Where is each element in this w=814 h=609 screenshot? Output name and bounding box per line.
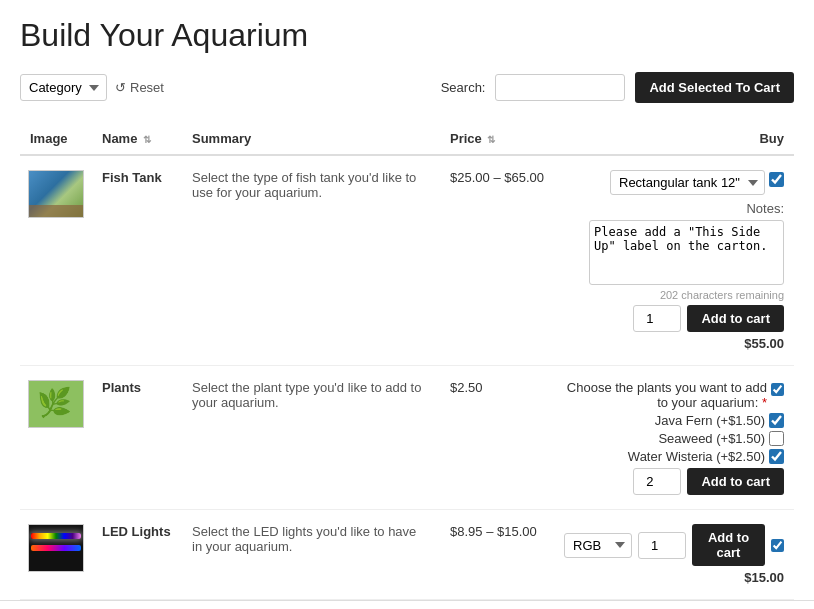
fish-tank-qty-add-row: Add to cart — [633, 305, 784, 332]
page-title: Build Your Aquarium — [20, 16, 794, 54]
java-fern-checkbox[interactable] — [769, 413, 784, 428]
fish-tank-price-cell: $25.00 – $65.00 — [440, 155, 554, 366]
plants-qty-input[interactable] — [633, 468, 681, 495]
add-selected-top-button[interactable]: Add Selected To Cart — [635, 72, 794, 103]
plants-price-cell: $2.50 — [440, 366, 554, 510]
reset-button[interactable]: ↺ Reset — [115, 80, 164, 95]
led-total: $15.00 — [744, 570, 784, 585]
plants-summary-cell: Select the plant type you'd like to add … — [182, 366, 440, 510]
price-sort-icon: ⇅ — [487, 134, 495, 145]
plants-checkbox[interactable] — [771, 382, 784, 397]
fish-tank-notes-row: Notes: — [564, 199, 784, 216]
plants-image-cell — [20, 366, 92, 510]
led-buy-cell: RGB White Blue Multi Add to cart $15.00 — [554, 510, 794, 600]
col-header-buy: Buy — [554, 123, 794, 155]
fish-tank-variant-select[interactable]: Rectangular tank 12" Rectangular tank 18… — [610, 170, 765, 195]
plants-choose-label: Choose the plants you want to add to you… — [564, 380, 767, 410]
col-header-summary: Summary — [182, 123, 440, 155]
col-header-name[interactable]: Name ⇅ — [92, 123, 182, 155]
fish-tank-image-cell — [20, 155, 92, 366]
fish-tank-notes-textarea[interactable]: Please add a "This Side Up" label on the… — [589, 220, 784, 285]
fish-tank-image — [28, 170, 84, 218]
col-header-image: Image — [20, 123, 92, 155]
toolbar: Category ↺ Reset Search: Add Selected To… — [20, 72, 794, 113]
plants-buy-area: Choose the plants you want to add to you… — [564, 380, 784, 495]
required-star: * — [762, 395, 767, 410]
java-fern-row: Java Fern (+$1.50) — [655, 413, 784, 428]
led-qty-input[interactable] — [638, 532, 686, 559]
led-summary-cell: Select the LED lights you'd like to have… — [182, 510, 440, 600]
led-price-cell: $8.95 – $15.00 — [440, 510, 554, 600]
fish-tank-total: $55.00 — [744, 336, 784, 351]
plants-header-row: Choose the plants you want to add to you… — [564, 380, 784, 410]
plants-add-to-cart-button[interactable]: Add to cart — [687, 468, 784, 495]
search-label: Search: — [441, 80, 486, 95]
seaweed-checkbox[interactable] — [769, 431, 784, 446]
table-row: LED Lights Select the LED lights you'd l… — [20, 510, 794, 600]
fish-tank-option-row: Rectangular tank 12" Rectangular tank 18… — [610, 170, 784, 195]
fish-tank-summary-cell: Select the type of fish tank you'd like … — [182, 155, 440, 366]
led-image — [28, 524, 84, 572]
led-controls-row: RGB White Blue Multi Add to cart — [564, 524, 784, 566]
water-wisteria-label: Water Wisteria (+$2.50) — [628, 449, 765, 464]
led-image-cell — [20, 510, 92, 600]
toolbar-left: Category ↺ Reset — [20, 74, 164, 101]
fish-tank-qty-input[interactable] — [633, 305, 681, 332]
plants-image — [28, 380, 84, 428]
plants-options-area: Choose the plants you want to add to you… — [564, 380, 784, 464]
water-wisteria-checkbox[interactable] — [769, 449, 784, 464]
seaweed-row: Seaweed (+$1.50) — [658, 431, 784, 446]
table-row: Fish Tank Select the type of fish tank y… — [20, 155, 794, 366]
led-variant-select[interactable]: RGB White Blue Multi — [564, 533, 632, 558]
plants-qty-add-row: Add to cart — [633, 468, 784, 495]
col-header-price[interactable]: Price ⇅ — [440, 123, 554, 155]
water-wisteria-row: Water Wisteria (+$2.50) — [628, 449, 784, 464]
fish-tank-checkbox[interactable] — [769, 172, 784, 187]
fish-tank-buy-cell: Rectangular tank 12" Rectangular tank 18… — [554, 155, 794, 366]
led-name-cell: LED Lights — [92, 510, 182, 600]
fish-tank-add-to-cart-button[interactable]: Add to cart — [687, 305, 784, 332]
reset-icon: ↺ — [115, 80, 126, 95]
java-fern-label: Java Fern (+$1.50) — [655, 413, 765, 428]
products-table: Image Name ⇅ Summary Price ⇅ Buy — [20, 123, 794, 600]
led-buy-area: RGB White Blue Multi Add to cart $15.00 — [564, 524, 784, 585]
fish-tank-chars-remaining: 202 characters remaining — [660, 289, 784, 301]
plants-buy-cell: Choose the plants you want to add to you… — [554, 366, 794, 510]
led-checkbox[interactable] — [771, 538, 784, 553]
toolbar-right: Search: Add Selected To Cart — [441, 72, 794, 103]
search-input[interactable] — [495, 74, 625, 101]
table-row: Plants Select the plant type you'd like … — [20, 366, 794, 510]
fish-tank-buy-area: Rectangular tank 12" Rectangular tank 18… — [564, 170, 784, 351]
fish-tank-name-cell: Fish Tank — [92, 155, 182, 366]
category-select[interactable]: Category — [20, 74, 107, 101]
footer-bar: Show 5 10 25 50 per page 3 products Add … — [0, 600, 814, 609]
plants-name-cell: Plants — [92, 366, 182, 510]
led-add-to-cart-button[interactable]: Add to cart — [692, 524, 765, 566]
seaweed-label: Seaweed (+$1.50) — [658, 431, 765, 446]
name-sort-icon: ⇅ — [143, 134, 151, 145]
